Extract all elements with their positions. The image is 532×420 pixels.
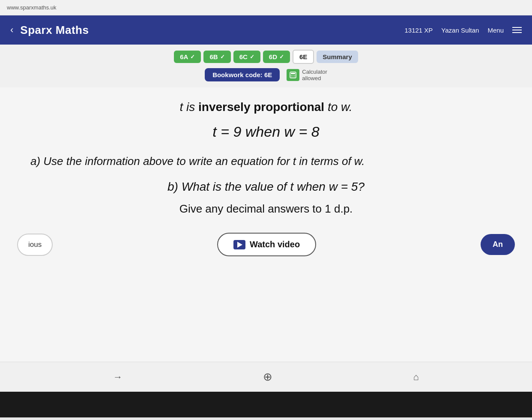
answer-button[interactable]: An — [481, 234, 515, 255]
given-equation: t = 9 when w = 8 — [212, 123, 320, 140]
back-button[interactable]: ‹ — [10, 24, 13, 36]
tab-6e-label: 6E — [299, 53, 307, 60]
main-content: t is inversely proportional to w. t = 9 … — [0, 87, 532, 362]
bookwork-row: Bookwork code: 6E Calculator allowed — [0, 64, 532, 87]
var-w: w — [341, 100, 349, 114]
watch-video-button[interactable]: Watch video — [217, 233, 316, 256]
tab-6b-check: ✓ — [220, 54, 225, 60]
svg-point-5 — [291, 76, 292, 77]
svg-point-4 — [294, 75, 295, 76]
calculator-badge: Calculator allowed — [287, 69, 327, 81]
refresh-nav-icon[interactable]: ⊕ — [263, 370, 272, 384]
svg-point-3 — [293, 75, 293, 76]
decimal-note: Give any decimal answers to 1 d.p. — [179, 202, 353, 216]
tab-6c-check: ✓ — [250, 54, 254, 60]
xp-display: 13121 XP — [404, 27, 433, 34]
bottom-bar — [0, 392, 532, 417]
calculator-status-text: Calculator allowed — [302, 69, 327, 81]
svg-rect-1 — [291, 73, 295, 74]
forward-nav-icon[interactable]: → — [113, 372, 123, 383]
calculator-label: Calculator — [302, 69, 327, 75]
tab-6d[interactable]: 6D ✓ — [263, 51, 290, 63]
tab-6c-label: 6C — [239, 53, 248, 60]
bookwork-badge: Bookwork code: 6E — [205, 68, 280, 81]
app-title: Sparx Maths — [20, 24, 89, 37]
action-row: ious Watch video An — [17, 228, 515, 263]
svg-point-7 — [294, 76, 295, 77]
tab-bar: 6A ✓ 6B ✓ 6C ✓ 6D ✓ 6E Summary — [0, 45, 532, 64]
part-a-text: a) Use the information above to write an… — [30, 153, 502, 170]
tab-6a-label: 6A — [180, 53, 188, 60]
proportional-text: inversely proportional — [198, 100, 324, 114]
menu-label[interactable]: Menu — [487, 27, 504, 34]
svg-point-2 — [291, 75, 292, 76]
previous-button[interactable]: ious — [17, 234, 53, 256]
var-t: t — [179, 100, 183, 114]
tab-6e[interactable]: 6E — [293, 50, 314, 64]
svg-point-6 — [293, 76, 293, 77]
header-right: 13121 XP Yazan Sultan Menu — [404, 27, 522, 34]
part-b-text: b) What is the value of t when w = 5? — [167, 180, 365, 194]
tab-6a[interactable]: 6A ✓ — [174, 51, 201, 63]
play-triangle — [237, 242, 242, 248]
username-display: Yazan Sultan — [441, 27, 479, 34]
calculator-allowed: allowed — [302, 75, 327, 81]
menu-icon[interactable] — [512, 27, 522, 33]
app-header: ‹ Sparx Maths 13121 XP Yazan Sultan Menu — [0, 15, 532, 45]
tab-summary-label: Summary — [323, 53, 352, 60]
browser-url: www.sparxmaths.uk — [7, 4, 57, 11]
tab-6b[interactable]: 6B ✓ — [203, 51, 230, 63]
browser-bar: www.sparxmaths.uk — [0, 0, 532, 15]
tab-summary[interactable]: Summary — [317, 51, 358, 63]
bookwork-label: Bookwork code: 6E — [212, 71, 272, 78]
tab-6a-check: ✓ — [190, 54, 195, 60]
video-icon — [233, 240, 245, 249]
home-nav-icon[interactable]: ⌂ — [413, 372, 419, 383]
tab-6c[interactable]: 6C ✓ — [233, 51, 260, 63]
watch-video-label: Watch video — [250, 240, 300, 249]
calculator-icon — [287, 69, 299, 81]
device-nav: → ⊕ ⌂ — [0, 362, 532, 392]
tab-6d-check: ✓ — [279, 54, 284, 60]
question-intro: t is inversely proportional to w. — [179, 100, 352, 114]
tab-6b-label: 6B — [209, 53, 218, 60]
tab-6d-label: 6D — [269, 53, 277, 60]
